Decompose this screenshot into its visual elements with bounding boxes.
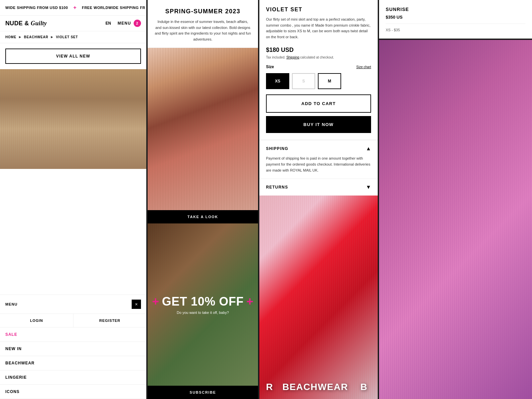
model-middle-overlay <box>148 48 258 210</box>
breadcrumb-arrow-1: ▶ <box>19 36 21 39</box>
shipping-accordion-title: SHIPPING <box>266 146 288 151</box>
shipping-accordion-body: Payment of shipping fee is paid in one a… <box>266 156 371 173</box>
product-img-overlay <box>259 196 378 399</box>
beachwear-full: BEACHWEAR <box>282 382 348 392</box>
subscribe-button[interactable]: SUBSCRIBE <box>148 386 258 399</box>
product-image-bottom: R BEACHWEAR B <box>259 196 378 399</box>
far-right-image <box>379 40 532 399</box>
subscribe-content: + GET 10% OFF + Do you want to take it o… <box>152 295 253 315</box>
login-button[interactable]: LOGIN <box>0 314 73 327</box>
shipping-accordion-header[interactable]: SHIPPING ▲ <box>266 146 371 152</box>
tax-info: Tax included. Shipping calculated at che… <box>266 56 371 59</box>
breadcrumb-beachwear[interactable]: BEACHWEAR <box>24 35 48 39</box>
menu-item-icons[interactable]: ICONS <box>0 385 146 399</box>
spring-summer-section: SPRING-SUMMER 2023 Indulge in the essenc… <box>148 0 258 48</box>
size-s-button[interactable]: S <box>292 73 315 89</box>
buy-now-button[interactable]: BUY IT NOW <box>266 116 371 133</box>
get-off-text: + GET 10% OFF + <box>152 295 253 309</box>
spring-summer-title: SPRING-SUMMER 2023 <box>154 8 251 15</box>
far-right-divider <box>386 24 525 24</box>
shipping-plus: + <box>73 5 76 11</box>
model-image-middle <box>148 48 258 210</box>
menu-overlay: MENU × LOGIN REGISTER SALE NEW IN BEACHW… <box>0 295 146 399</box>
shipping-text-2: FREE WORLDWIDE SHIPPING FR <box>82 6 145 10</box>
shipping-accordion-icon: ▲ <box>366 146 371 152</box>
size-label: Size <box>266 65 274 69</box>
shipping-text-1: WIDE SHIPPING FROM USD $100 <box>5 6 68 10</box>
subscribe-plus-1: + <box>152 295 159 309</box>
right-panel: VIOLET SET Our flirty set of mini skirt … <box>259 0 379 399</box>
product-info: VIOLET SET Our flirty set of mini skirt … <box>259 0 378 140</box>
language-selector[interactable]: EN <box>105 21 111 26</box>
view-all-button[interactable]: VIEW ALL NEW <box>5 49 141 64</box>
menu-title: MENU <box>5 302 18 306</box>
menu-item-new-in[interactable]: NEW IN <box>0 342 146 356</box>
far-right-overlay <box>379 40 532 399</box>
middle-panel: SPRING-SUMMER 2023 Indulge in the essenc… <box>146 0 259 399</box>
menu-button[interactable]: MENU 2 <box>118 20 141 27</box>
add-to-cart-button[interactable]: ADD TO CART <box>266 94 371 113</box>
size-xs-button[interactable]: XS <box>266 73 289 89</box>
sunrise-price: $350 US <box>386 15 525 20</box>
tax-suffix: calculated at checkout. <box>300 56 334 59</box>
menu-item-sale[interactable]: SALE <box>0 328 146 342</box>
logo[interactable]: NUDE & Guilty <box>5 20 47 27</box>
returns-accordion: RETURNS ▼ <box>259 179 378 196</box>
take-a-look-button[interactable]: TAKE A LOOK <box>148 210 258 223</box>
menu-item-lingerie[interactable]: LINGERIE <box>0 370 146 385</box>
returns-accordion-icon: ▼ <box>366 184 371 190</box>
shipping-link[interactable]: Shipping <box>286 56 299 59</box>
beachwear-label: R <box>266 382 279 392</box>
tax-text: Tax included. <box>266 56 285 59</box>
breadcrumb-current: VIOLET SET <box>56 35 78 39</box>
left-panel: WIDE SHIPPING FROM USD $100 + FREE WORLD… <box>0 0 146 399</box>
size-row: Size Size chart <box>266 65 371 69</box>
logo-ampersand: & <box>25 20 29 27</box>
logo-part2: Guilty <box>31 20 47 27</box>
lingerie-banner[interactable]: ERIE • LINGERIE • LIN <box>0 69 146 169</box>
beachwear-text: R BEACHWEAR B <box>266 382 367 392</box>
product-title: VIOLET SET <box>266 7 371 13</box>
size-chart-link[interactable]: Size chart <box>356 65 371 69</box>
product-price: $180 USD <box>266 47 371 54</box>
menu-header: MENU × <box>0 295 146 314</box>
size-range: XS - $35 <box>386 28 525 32</box>
shipping-banner: WIDE SHIPPING FROM USD $100 + FREE WORLD… <box>0 0 146 16</box>
menu-auth: LOGIN REGISTER <box>0 314 146 328</box>
breadcrumb-arrow-2: ▶ <box>51 36 53 39</box>
beachwear-letter <box>351 382 357 392</box>
breadcrumb-home[interactable]: HOME <box>5 35 16 39</box>
subscribe-section: + GET 10% OFF + Do you want to take it o… <box>148 223 258 386</box>
subscribe-plus-2: + <box>246 295 254 309</box>
header-right: EN MENU 2 <box>105 20 141 27</box>
product-description: Our flirty set of mini skirt and top are… <box>266 17 371 40</box>
header: NUDE & Guilty EN MENU 2 <box>0 16 146 31</box>
sunrise-title: SUNRISE <box>386 7 525 12</box>
far-right-top: SUNRISE $350 US XS - $35 <box>379 0 532 39</box>
menu-item-beachwear[interactable]: BEACHWEAR <box>0 356 146 370</box>
subscribe-subtext: Do you want to take it off, baby? <box>152 311 253 315</box>
beachwear-b: B <box>360 382 368 392</box>
cart-badge[interactable]: 2 <box>134 20 141 27</box>
shipping-accordion: SHIPPING ▲ Payment of shipping fee is pa… <box>259 140 378 179</box>
register-button[interactable]: REGISTER <box>73 314 147 327</box>
size-m-button[interactable]: M <box>318 73 341 89</box>
size-options: XS S M <box>266 73 371 89</box>
menu-label: MENU <box>118 21 131 26</box>
lingerie-overlay <box>0 69 146 169</box>
breadcrumb: HOME ▶ BEACHWEAR ▶ VIOLET SET <box>0 31 146 43</box>
far-right-panel: SUNRISE $350 US XS - $35 <box>379 0 532 399</box>
returns-accordion-header[interactable]: RETURNS ▼ <box>266 184 371 190</box>
subscribe-main-text: GET 10% OFF <box>162 295 244 309</box>
returns-accordion-title: RETURNS <box>266 185 288 190</box>
logo-part1: NUDE <box>5 20 23 27</box>
menu-close-button[interactable]: × <box>132 300 141 309</box>
spring-summer-description: Indulge in the essence of summer travels… <box>154 19 251 42</box>
